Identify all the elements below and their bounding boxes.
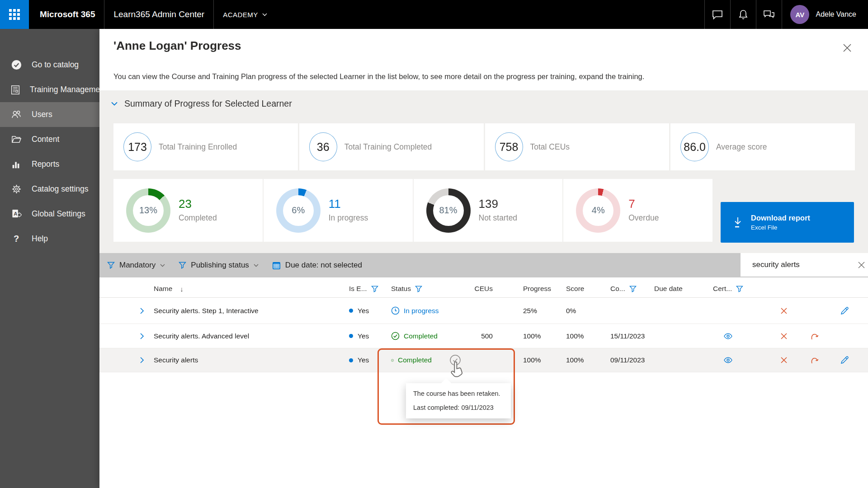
sidebar-item-label: Global Settings — [32, 209, 85, 219]
table-row[interactable]: Security alerts Yes Completed 100% 100% … — [99, 348, 868, 372]
column-header-progress[interactable]: Progress — [496, 285, 563, 293]
column-header-ceus[interactable]: CEUs — [461, 285, 496, 293]
global-settings-icon: A — [10, 208, 23, 220]
expand-chevron-icon[interactable] — [133, 333, 151, 340]
cancel-icon[interactable] — [769, 332, 799, 340]
retake-icon[interactable] — [799, 332, 829, 341]
app-title[interactable]: Learn365 Admin Center — [113, 9, 204, 19]
avatar[interactable]: AV — [790, 5, 809, 24]
training-name: Security alerts — [151, 356, 344, 364]
tenant-name: ACADEMY — [223, 11, 258, 19]
donut-percent: 81% — [439, 205, 457, 216]
expand-chevron-icon[interactable] — [133, 307, 151, 314]
filter-icon — [629, 286, 637, 292]
retaken-indicator-icon[interactable] — [449, 354, 461, 366]
column-header-certificate[interactable]: Cert... — [713, 285, 743, 293]
progress-panel: 'Anne Logan' Progress You can view the C… — [99, 29, 868, 488]
top-bar: Microsoft 365 Learn365 Admin Center ACAD… — [0, 0, 868, 29]
sidebar-item-help[interactable]: ? Help — [0, 226, 99, 251]
summary-section: Summary of Progress for Selected Learner… — [99, 90, 868, 253]
stat-value: 758 — [495, 132, 523, 161]
stat-label: Average score — [716, 142, 767, 152]
overdue-donut-chart: 4% — [576, 188, 620, 233]
cancel-icon[interactable] — [769, 356, 799, 364]
column-header-due-date[interactable]: Due date — [651, 285, 708, 293]
summary-header-label: Summary of Progress for Selected Learner — [124, 99, 292, 109]
folder-icon — [10, 134, 23, 145]
close-icon[interactable] — [839, 40, 855, 56]
sidebar-item-global-settings[interactable]: A Global Settings — [0, 202, 99, 226]
bar-chart-icon — [10, 159, 23, 170]
tooltip-line-2: Last completed: 09/11/2023 — [413, 404, 504, 411]
progress-value: 100% — [496, 356, 563, 364]
sidebar-item-label: Help — [32, 234, 48, 244]
stat-card-enrolled: 173 Total Training Enrolled — [113, 123, 298, 170]
checkmark-circle-icon — [391, 356, 394, 365]
download-report-button[interactable]: Download report Excel File — [721, 202, 854, 243]
retake-tooltip: The course has been retaken. Last comple… — [406, 383, 511, 418]
user-name[interactable]: Adele Vance — [816, 10, 856, 19]
sidebar-item-go-to-catalog[interactable]: Go to catalog — [0, 52, 99, 77]
view-certificate-icon[interactable] — [713, 333, 743, 340]
donut-count: 23 — [179, 198, 217, 210]
edit-icon[interactable] — [829, 356, 859, 365]
retake-icon[interactable] — [799, 356, 829, 365]
chevron-down-icon — [254, 264, 259, 267]
tooltip-line-1: The course has been retaken. — [413, 390, 504, 397]
in-progress-donut-chart: 6% — [276, 188, 321, 233]
column-header-is-enrolled[interactable]: Is E... — [344, 285, 389, 293]
divider — [104, 0, 104, 29]
stat-label: Total Training Enrolled — [159, 142, 237, 152]
table-row[interactable]: Security alerts. Step 1, Interactive Yes… — [99, 298, 868, 324]
progress-value: 100% — [496, 332, 563, 340]
column-header-name[interactable]: Name ↓ — [151, 285, 344, 293]
summary-toggle[interactable]: Summary of Progress for Selected Learner — [111, 99, 292, 109]
filter-icon — [179, 262, 186, 269]
column-label: Name — [154, 285, 172, 293]
chevron-down-icon — [111, 102, 118, 106]
training-doc-icon — [10, 84, 21, 95]
product-name[interactable]: Microsoft 365 — [40, 9, 95, 19]
search-input[interactable] — [752, 260, 852, 269]
app-launcher-icon[interactable] — [0, 0, 29, 29]
sidebar-item-catalog-settings[interactable]: Catalog settings — [0, 177, 99, 202]
donut-cards: 13% 23 Completed 6% 11 In progress 81% — [113, 179, 712, 242]
due-date-filter[interactable]: Due date: not selected — [272, 261, 362, 270]
calendar-icon — [272, 261, 281, 270]
users-icon — [10, 109, 23, 121]
table-row[interactable]: Security alerts. Advanced level Yes Comp… — [99, 324, 868, 348]
column-label: Status — [391, 285, 411, 293]
sidebar-item-content[interactable]: Content — [0, 127, 99, 152]
donut-count: 139 — [479, 198, 518, 210]
edit-icon[interactable] — [829, 306, 859, 315]
stat-card-completed: 36 Total Training Completed — [299, 123, 484, 170]
column-header-completed-date[interactable]: Co... — [607, 285, 651, 293]
completed-donut-chart: 13% — [126, 188, 170, 233]
donut-label: Not started — [479, 213, 518, 223]
tenant-dropdown[interactable]: ACADEMY — [223, 11, 267, 19]
donut-label: Overdue — [628, 213, 659, 223]
help-icon: ? — [10, 234, 23, 244]
svg-text:A: A — [14, 211, 18, 216]
filter-icon — [107, 262, 115, 269]
sidebar-item-users[interactable]: Users — [0, 102, 99, 127]
sidebar-item-training-management[interactable]: Training Management — [0, 77, 99, 102]
chat-icon[interactable] — [705, 0, 730, 29]
chevron-down-icon — [262, 13, 267, 16]
donut-label: In progress — [329, 213, 368, 223]
expand-chevron-icon[interactable] — [133, 357, 151, 364]
status-value: In progress — [404, 307, 439, 315]
cancel-icon[interactable] — [769, 307, 799, 315]
sidebar: Go to catalog Training Management Users … — [0, 29, 99, 488]
mandatory-filter[interactable]: Mandatory — [107, 261, 165, 270]
sidebar-item-label: Go to catalog — [32, 60, 79, 70]
column-header-status[interactable]: Status — [389, 285, 461, 293]
feedback-icon[interactable] — [756, 0, 782, 29]
donut-count: 11 — [329, 198, 368, 210]
sidebar-item-reports[interactable]: Reports — [0, 152, 99, 177]
clear-search-icon[interactable] — [858, 261, 865, 269]
bell-icon[interactable] — [731, 0, 756, 29]
column-header-score[interactable]: Score — [563, 285, 607, 293]
view-certificate-icon[interactable] — [713, 357, 743, 364]
publishing-status-filter[interactable]: Publishing status — [179, 261, 259, 270]
